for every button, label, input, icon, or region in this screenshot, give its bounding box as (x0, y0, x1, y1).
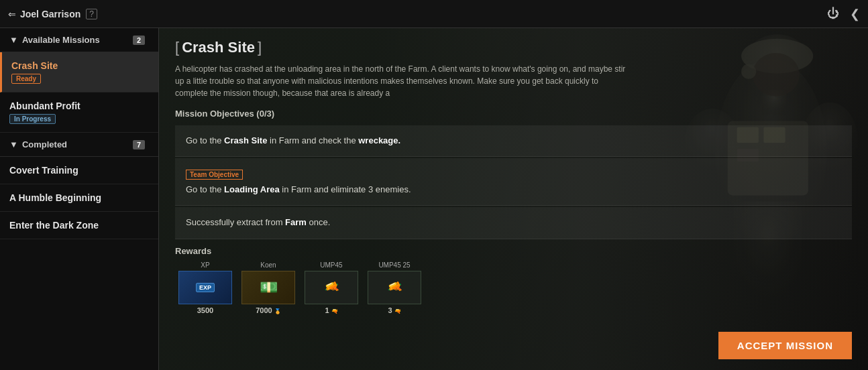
completed-header[interactable]: ▼ Completed 7 (0, 133, 158, 157)
objective-item-2: Team Objective Go to the Loading Area in… (175, 158, 852, 206)
reward-koen: Koen 💵 7000 🏅 (238, 261, 299, 314)
koen-icon: 🏅 (274, 308, 281, 314)
humble-beginning-name: A Humble Beginning (9, 192, 149, 203)
completed-label: Completed (22, 139, 67, 149)
sidebar-item-crash-site[interactable]: Crash Site Ready (0, 52, 158, 92)
xp-badge: EXP (196, 283, 215, 292)
objective-text-3: Successfully extract from Farm once. (186, 217, 841, 229)
sidebar-item-enter-dark-zone[interactable]: Enter the Dark Zone (0, 212, 158, 239)
reward-xp-value: 3500 (175, 306, 235, 314)
abundant-profit-status: In Progress (9, 114, 56, 124)
available-missions-header[interactable]: ▼ Available Missions 2 (0, 28, 158, 52)
objective-item-3: Successfully extract from Farm once. (175, 207, 852, 239)
crash-site-status: Ready (11, 74, 41, 84)
reward-koen-value: 7000 🏅 (238, 306, 299, 314)
reward-ump45-25-value: 3 🔫 (364, 306, 425, 314)
rewards-grid: XP EXP 3500 Koen 💵 (175, 261, 852, 314)
mission-title: Crash Site (182, 39, 255, 56)
ump45-25-icon: 🔫 (394, 308, 401, 314)
character-icon: ⇐ (8, 9, 16, 19)
reward-xp-label: XP (175, 261, 235, 269)
team-objective-badge: Team Objective (186, 170, 243, 180)
objective-text-2: Go to the Loading Area in Farm and elimi… (186, 184, 841, 196)
reward-ump45-25-label: UMP45 25 (364, 261, 425, 269)
content-inner: [ Crash Site ] A helicopter has crashed … (159, 28, 868, 370)
completed-count: 7 (133, 140, 145, 149)
available-missions-arrow: ▼ (9, 35, 18, 45)
reward-ump45-25-box: 🔫 (368, 271, 421, 304)
reward-koen-label: Koen (238, 261, 299, 269)
mission-title-row: [ Crash Site ] (175, 39, 852, 56)
content-panel: [ Crash Site ] A helicopter has crashed … (159, 28, 868, 370)
rewards-header: Rewards (175, 246, 852, 256)
bracket-open: [ (175, 39, 179, 56)
enter-dark-zone-name: Enter the Dark Zone (9, 220, 149, 231)
help-button[interactable]: ? (86, 9, 97, 19)
power-button[interactable]: ⏻ (827, 7, 839, 21)
covert-training-name: Covert Training (9, 165, 149, 176)
top-bar: ⇐ Joel Garrison ? ⏻ ❮ (0, 0, 868, 28)
character-name: Joel Garrison (20, 9, 80, 19)
reward-xp: XP EXP 3500 (175, 261, 235, 314)
back-button[interactable]: ❮ (850, 7, 860, 21)
rewards-section: Rewards XP EXP 3500 Koen (175, 246, 852, 314)
objectives-header: Mission Objectives (0/3) (175, 109, 852, 119)
accept-mission-button[interactable]: Accept Mission (718, 332, 852, 359)
objective-item-1: Go to the Crash Site in Farm and check t… (175, 125, 852, 157)
objective-text-1: Go to the Crash Site in Farm and check t… (186, 135, 841, 147)
bracket-close: ] (258, 39, 262, 56)
sidebar: ▼ Available Missions 2 Crash Site Ready … (0, 28, 159, 370)
sidebar-item-abundant-profit[interactable]: Abundant Profit In Progress (0, 92, 158, 133)
ump45-icon: 🔫 (331, 308, 338, 314)
reward-ump45-value: 1 🔫 (301, 306, 362, 314)
reward-ump45: UMP45 🔫 1 🔫 (301, 261, 362, 314)
reward-ump45-box: 🔫 (305, 271, 358, 304)
completed-arrow: ▼ (9, 139, 18, 149)
available-missions-label: Available Missions (22, 35, 100, 45)
available-missions-count: 2 (133, 36, 145, 45)
mission-description: A helicopter has crashed at the unloadin… (175, 63, 631, 99)
abundant-profit-name: Abundant Profit (9, 101, 149, 111)
reward-koen-box: 💵 (241, 271, 295, 304)
reward-ump45-25: UMP45 25 🔫 3 🔫 (364, 261, 425, 314)
crash-site-name: Crash Site (11, 60, 149, 71)
sidebar-item-covert-training[interactable]: Covert Training (0, 157, 158, 184)
reward-ump45-label: UMP45 (301, 261, 362, 269)
main-container: ▼ Available Missions 2 Crash Site Ready … (0, 28, 868, 370)
sidebar-item-humble-beginning[interactable]: A Humble Beginning (0, 184, 158, 212)
reward-xp-box: EXP (178, 271, 232, 304)
